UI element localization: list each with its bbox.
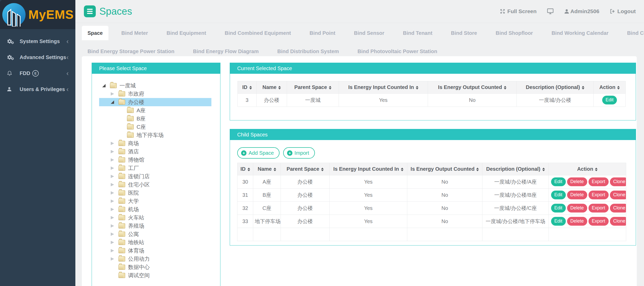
tree-node-label[interactable]: 养殖场 (128, 222, 144, 230)
tab-bind-energy-storage-power-station[interactable]: Bind Energy Storage Power Station (82, 47, 180, 56)
column-header-parent-space[interactable]: Parent Space (287, 81, 339, 94)
menu-toggle-button[interactable] (84, 5, 96, 17)
tree-node-label[interactable]: 办公楼 (128, 99, 144, 106)
edit-button[interactable]: Edit (551, 204, 566, 213)
tree-node-label[interactable]: 体育场 (128, 247, 144, 254)
tree-expand-icon[interactable] (111, 233, 114, 236)
tab-bind-meter[interactable]: Bind Meter (116, 26, 154, 40)
sidebar-item-fdd[interactable]: FDDE‹ (0, 65, 75, 81)
tree-node-label[interactable]: 地下停车场 (137, 132, 164, 139)
tree-node-label[interactable]: 市政府 (128, 90, 144, 97)
tab-bind-energy-flow-diagram[interactable]: Bind Energy Flow Diagram (187, 47, 264, 56)
tree-expand-icon[interactable] (111, 216, 114, 219)
column-header-name[interactable]: Name (257, 81, 287, 94)
add-space-button[interactable]: + Add Space (237, 147, 280, 159)
tree-expand-icon[interactable] (111, 249, 114, 252)
sidebar-item-system-settings[interactable]: System Settings‹ (0, 33, 75, 49)
tree-node-label[interactable]: 公寓 (128, 231, 139, 238)
column-header-id[interactable]: ID (238, 81, 257, 94)
export-button[interactable]: Export (589, 177, 609, 186)
clone-button[interactable]: Clone (610, 177, 626, 186)
tab-bind-photovoltaic-power-station[interactable]: Bind Photovoltaic Power Station (352, 47, 443, 56)
column-header-name[interactable]: Name (253, 163, 281, 175)
tab-bind-point[interactable]: Bind Point (304, 26, 341, 40)
sidebar-item-advanced-settings[interactable]: Advanced Settings‹ (0, 49, 75, 65)
tree-node-label[interactable]: B座 (137, 115, 146, 122)
tree-node-label[interactable]: 商场 (128, 140, 139, 147)
export-button[interactable]: Export (589, 217, 609, 226)
tab-bind-store[interactable]: Bind Store (445, 26, 483, 40)
tree-node-label[interactable]: 机场 (128, 206, 139, 213)
tab-bind-command[interactable]: Bind CommandE (621, 26, 644, 40)
clone-button[interactable]: Clone (610, 204, 626, 213)
column-header-description-optional[interactable]: Description (Optional) (482, 163, 549, 175)
tree-expand-icon[interactable] (111, 158, 114, 162)
export-button[interactable]: Export (589, 191, 609, 199)
tree-collapse-icon[interactable] (102, 84, 106, 87)
user-menu[interactable]: Admin2506 (564, 8, 599, 14)
column-header-parent-space[interactable]: Parent Space (281, 163, 330, 175)
tree-expand-icon[interactable] (111, 183, 114, 186)
edit-button[interactable]: Edit (551, 217, 566, 226)
tree-node-label[interactable]: 住宅小区 (128, 181, 150, 188)
column-header-is-energy-input-counted-in[interactable]: Is Energy Input Counted In (339, 81, 428, 94)
tree-expand-icon[interactable] (111, 241, 114, 244)
tree-expand-icon[interactable] (111, 92, 114, 96)
column-header-action[interactable]: Action (594, 81, 626, 94)
column-header-is-energy-output-counted[interactable]: Is Energy Output Counted (428, 81, 517, 94)
tree-node-label[interactable]: 工厂 (128, 165, 139, 172)
tree-node-label[interactable]: 公用动力 (128, 255, 150, 263)
tree-expand-icon[interactable] (111, 142, 114, 145)
tree-node-label[interactable]: 连锁门店 (128, 173, 150, 180)
delete-button[interactable]: Delete (567, 177, 587, 186)
tree-node-label[interactable]: 地铁站 (128, 239, 144, 246)
tree-node-label[interactable]: 酒店 (128, 148, 139, 155)
tree-node-label[interactable]: A座 (137, 107, 146, 114)
full-screen-button[interactable]: Full Screen (500, 8, 537, 14)
tab-space[interactable]: Space (82, 26, 108, 40)
delete-button[interactable]: Delete (567, 191, 587, 199)
tree-leaf-spacer (119, 117, 123, 120)
tab-bind-distribution-system[interactable]: Bind Distribution System (272, 47, 345, 56)
tree-node-label[interactable]: 医院 (128, 189, 139, 197)
tab-bind-tenant[interactable]: Bind Tenant (397, 26, 438, 40)
delete-button[interactable]: Delete (567, 217, 587, 226)
edit-button[interactable]: Edit (551, 191, 566, 199)
delete-button[interactable]: Delete (567, 204, 587, 213)
tree-node-label[interactable]: 大学 (128, 198, 139, 205)
tree-expand-icon[interactable] (111, 167, 114, 170)
tree-expand-icon[interactable] (111, 208, 114, 211)
tree-node-label[interactable]: 调试空间 (128, 272, 150, 279)
tab-bind-shopfloor[interactable]: Bind Shopfloor (490, 26, 538, 40)
clone-button[interactable]: Clone (610, 217, 626, 226)
tree-node-label[interactable]: 一度城 (120, 82, 136, 89)
tree-node-label[interactable]: C座 (137, 123, 146, 130)
tree-expand-icon[interactable] (111, 224, 114, 228)
tree-node-label[interactable]: 博物馆 (128, 156, 144, 164)
tab-bind-combined-equipment[interactable]: Bind Combined Equipment (219, 26, 297, 40)
column-header-is-energy-input-counted-in[interactable]: Is Energy Input Counted In (330, 163, 407, 175)
column-header-description-optional[interactable]: Description (Optional) (517, 81, 594, 94)
tree-expand-icon[interactable] (111, 175, 114, 178)
tree-expand-icon[interactable] (111, 257, 114, 261)
display-monitor-button[interactable] (547, 8, 554, 14)
tree-expand-icon[interactable] (111, 200, 114, 203)
tab-bind-equipment[interactable]: Bind Equipment (161, 26, 212, 40)
column-header-is-energy-output-counted[interactable]: Is Energy Output Counted (407, 163, 482, 175)
sidebar-item-users-privileges[interactable]: Users & Privileges‹ (0, 81, 75, 97)
import-button[interactable]: + Import (283, 147, 315, 159)
tree-expand-icon[interactable] (111, 191, 114, 195)
edit-button[interactable]: Edit (602, 96, 617, 104)
export-button[interactable]: Export (589, 204, 609, 213)
column-header-action[interactable]: Action (549, 163, 626, 175)
tab-bind-sensor[interactable]: Bind Sensor (348, 26, 390, 40)
tab-bind-working-calendar[interactable]: Bind Working Calendar (546, 26, 614, 40)
tree-node-label[interactable]: 火车站 (128, 214, 144, 221)
tree-collapse-icon[interactable] (111, 101, 114, 104)
tree-node-label[interactable]: 数据中心 (128, 264, 150, 271)
logout-button[interactable]: Logout (610, 8, 636, 14)
edit-button[interactable]: Edit (551, 177, 566, 186)
clone-button[interactable]: Clone (610, 191, 626, 199)
column-header-id[interactable]: ID (237, 163, 253, 175)
tree-expand-icon[interactable] (111, 150, 114, 153)
